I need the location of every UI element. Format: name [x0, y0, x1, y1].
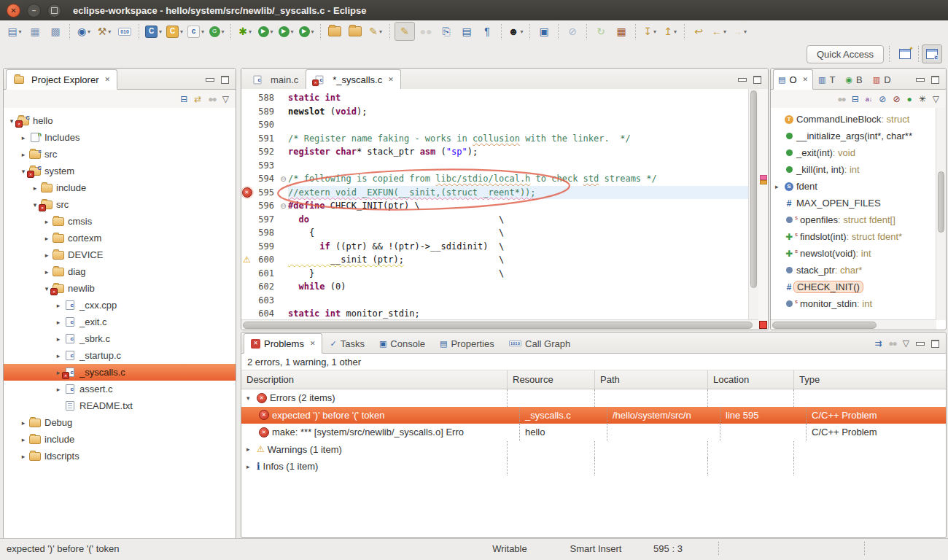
twistie-icon[interactable]: ▸	[775, 183, 784, 190]
code-line-604[interactable]: 604static int monitor_stdin;	[241, 307, 758, 320]
outline-item-fdent[interactable]: ▸Sfdent	[771, 178, 936, 195]
problems-row-expected-before-token[interactable]: ✕expected ')' before '(' token_syscalls.…	[241, 407, 946, 424]
close-icon[interactable]: ✕	[104, 76, 110, 83]
problems-group-errors-2-items[interactable]: ▾✕Errors (2 items)	[241, 389, 946, 407]
tree-item-includes[interactable]: ▸hIncludes	[4, 129, 236, 146]
outline-tab-o[interactable]: ▤O✕	[773, 69, 813, 90]
tree-item-src[interactable]: ▸csrc	[4, 146, 236, 163]
hide-fields-icon[interactable]: ⊘	[879, 95, 886, 104]
user-account-button[interactable]: ☻▾	[506, 23, 525, 40]
filters-icon[interactable]: ✳	[919, 95, 926, 104]
twistie-icon[interactable]: ▾	[246, 394, 254, 402]
outline-item-check-init[interactable]: #CHECK_INIT()	[771, 279, 936, 295]
tab-project-explorer[interactable]: Project Explorer ✕	[6, 69, 117, 90]
code-line-589[interactable]: 589newslot (void);	[241, 105, 758, 119]
dropdown-arrow-icon[interactable]: ▾	[311, 28, 314, 35]
link-with-editor-button[interactable]: ●●	[416, 23, 435, 40]
twistie-icon[interactable]: ▸	[246, 446, 254, 453]
minimize-panel-icon[interactable]	[738, 78, 747, 82]
outline-item-newslot-void[interactable]: ✚snewslot(void) : int	[771, 245, 936, 262]
dropdown-arrow-icon[interactable]: ▾	[222, 28, 225, 35]
run-history-button[interactable]: ▶▾	[276, 23, 295, 40]
fold-collapse-icon[interactable]: ⊖	[279, 202, 288, 210]
twistie-icon[interactable]: ▸	[30, 184, 40, 192]
dropdown-arrow-icon[interactable]: ▾	[201, 28, 204, 35]
tree-item-include[interactable]: ▸include	[4, 431, 236, 448]
view-menu-dots-icon[interactable]: ●●	[208, 95, 216, 104]
restart-button[interactable]: ↻	[591, 23, 610, 40]
code-line-596[interactable]: 596⊖#define CHECK_INIT(ptr) \	[241, 199, 758, 213]
dropdown-arrow-icon[interactable]: ▾	[108, 28, 111, 35]
dropdown-arrow-icon[interactable]: ▾	[379, 28, 382, 35]
tree-item-newlib[interactable]: ▾✕newlib	[4, 280, 236, 297]
view-menu-dots-icon[interactable]: ●●	[888, 339, 896, 348]
outline-tab-t[interactable]: ▥T	[813, 69, 840, 90]
minimize-panel-icon[interactable]	[916, 342, 925, 346]
hide-static-icon[interactable]: ⊘	[893, 95, 900, 104]
minimize-panel-icon[interactable]	[916, 78, 925, 82]
code-line-595[interactable]: ✕595//extern void _EXFUN(__sinit,(struct…	[241, 186, 758, 200]
tree-item-device[interactable]: ▸DEVICE	[4, 246, 236, 263]
outline-item-initialize-args-int-char[interactable]: __initialize_args(int*, char**	[771, 128, 936, 144]
dropdown-arrow-icon[interactable]: ▾	[653, 28, 656, 35]
filter-icon[interactable]: ⇉	[874, 339, 882, 348]
previous-edit-button[interactable]: ↩	[689, 23, 708, 40]
focus-dots-icon[interactable]: ●●	[837, 95, 845, 104]
dropdown-arrow-icon[interactable]: ▾	[520, 28, 523, 35]
twistie-icon[interactable]: ▸	[42, 268, 52, 276]
dropdown-arrow-icon[interactable]: ▾	[249, 28, 252, 35]
twistie-icon[interactable]: ▸	[53, 302, 63, 309]
twistie-icon[interactable]: ▸	[53, 335, 63, 343]
hide-non-public-icon[interactable]: ●	[906, 95, 912, 104]
tree-item-system[interactable]: ▾C✕system	[4, 163, 236, 179]
debug-button[interactable]: ✱▾	[236, 23, 255, 40]
close-icon[interactable]: ✕	[310, 340, 316, 347]
link-with-editor-icon[interactable]: ⇄	[194, 95, 201, 104]
build-button[interactable]: ⚒▾	[95, 23, 114, 40]
twistie-icon[interactable]: ▸	[18, 419, 28, 427]
fold-collapse-icon[interactable]: ⊖	[279, 175, 288, 183]
forward-button[interactable]: →▾	[730, 23, 749, 40]
column-header-description[interactable]: Description	[241, 370, 508, 389]
dropdown-arrow-icon[interactable]: ▾	[271, 28, 273, 35]
close-icon[interactable]: ✕	[388, 76, 394, 83]
tree-item-cmsis[interactable]: ▸cmsis	[4, 213, 236, 230]
warning-gutter-icon[interactable]: ⚠	[241, 255, 252, 264]
dropdown-arrow-icon[interactable]: ▾	[744, 28, 747, 35]
problems-group-warnings-1-item[interactable]: ▸⚠Warnings (1 item)	[241, 441, 946, 459]
code-line-590[interactable]: 590	[241, 118, 758, 132]
tree-item-ldscripts[interactable]: ▸ldscripts	[4, 448, 236, 464]
dropdown-arrow-icon[interactable]: ▾	[291, 28, 294, 35]
view-menu-icon[interactable]: ▽	[222, 95, 229, 104]
window-maximize-button[interactable]	[47, 4, 61, 18]
column-header-location[interactable]: Location	[708, 370, 794, 389]
code-line-597[interactable]: 597 do \	[241, 213, 758, 227]
status-insert-mode[interactable]: Smart Insert	[553, 543, 639, 554]
outline-item-monitor-stdin[interactable]: smonitor_stdin : int	[771, 295, 936, 312]
collapse-all-icon[interactable]: ⊟	[852, 95, 859, 104]
outline-item-commandlineblock[interactable]: TCommandLineBlock : struct	[771, 111, 936, 128]
sort-alphabetically-icon[interactable]: a↓	[866, 96, 873, 103]
open-resource-button[interactable]	[346, 23, 365, 40]
maximize-panel-icon[interactable]	[221, 76, 229, 84]
tree-item-readme-txt[interactable]: README.txt	[4, 397, 236, 414]
scrollbar-thumb[interactable]	[938, 171, 944, 232]
twistie-icon[interactable]: ▸	[42, 252, 52, 259]
code-line-593[interactable]: 593	[241, 159, 758, 173]
tree-item-include[interactable]: ▸include	[4, 179, 236, 196]
overview-ruler[interactable]	[758, 89, 768, 320]
column-header-resource[interactable]: Resource	[508, 370, 595, 389]
save-all-button[interactable]: ▩	[46, 23, 65, 40]
tree-item-debug[interactable]: ▸Debug	[4, 414, 236, 431]
code-line-600[interactable]: ⚠600 __sinit (ptr); \	[241, 253, 758, 267]
tab-call-graph[interactable]: 1010Call Graph	[502, 333, 578, 354]
outline-item-exit-int[interactable]: _exit(int) : void	[771, 144, 936, 161]
next-annotation-button[interactable]: ⎘	[437, 23, 456, 40]
open-perspective-button[interactable]: ✦	[895, 44, 915, 63]
code-line-599[interactable]: 599 if ((ptr) && !(ptr)->__sdidinit) \	[241, 240, 758, 254]
last-edit-location-button[interactable]: ↧▾	[640, 23, 659, 40]
outline-item-max-open-files[interactable]: #MAX_OPEN_FILES	[771, 195, 936, 211]
error-gutter-icon[interactable]: ✕	[241, 187, 252, 198]
collapse-all-icon[interactable]: ⊟	[180, 95, 187, 104]
go-to-line-button[interactable]: ↥▾	[661, 23, 680, 40]
